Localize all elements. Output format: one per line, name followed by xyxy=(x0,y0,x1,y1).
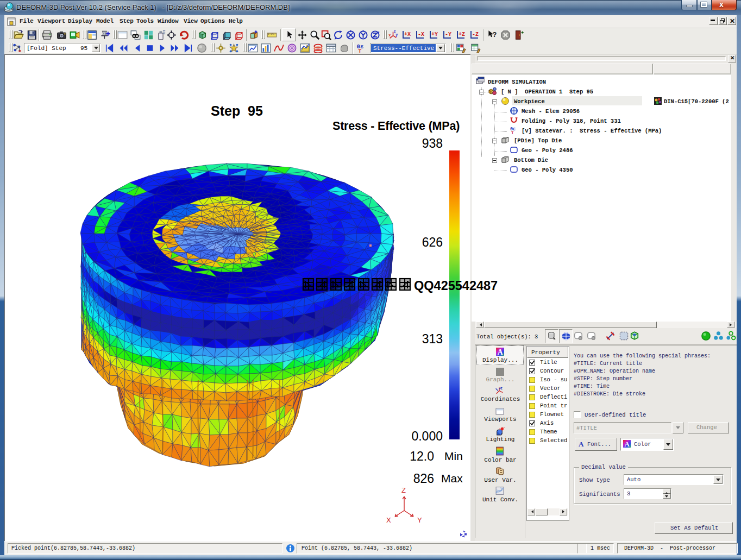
svg-text:x: x xyxy=(388,34,391,37)
svg-text:A: A xyxy=(579,440,584,448)
svg-text:+Y: +Y xyxy=(431,32,438,37)
svg-text:T: T xyxy=(511,131,514,135)
svg-text:z: z xyxy=(500,387,503,391)
svg-text:-Y: -Y xyxy=(445,32,451,37)
svg-text:Y: Y xyxy=(417,516,422,524)
svg-text:A: A xyxy=(498,348,503,356)
svg-text:-X: -X xyxy=(418,32,424,37)
svg-text:X: X xyxy=(386,516,391,524)
svg-text:+X: +X xyxy=(404,32,411,37)
svg-text:Z: Z xyxy=(401,486,406,494)
svg-text:-Z: -Z xyxy=(472,32,479,37)
svg-text:?: ? xyxy=(493,31,497,39)
svg-text:A: A xyxy=(625,440,630,448)
svg-text:+Z: +Z xyxy=(459,32,465,37)
svg-text:T: T xyxy=(359,48,362,53)
svg-text:y: y xyxy=(395,33,398,37)
svg-text:QQ425542487: QQ425542487 xyxy=(414,279,498,293)
